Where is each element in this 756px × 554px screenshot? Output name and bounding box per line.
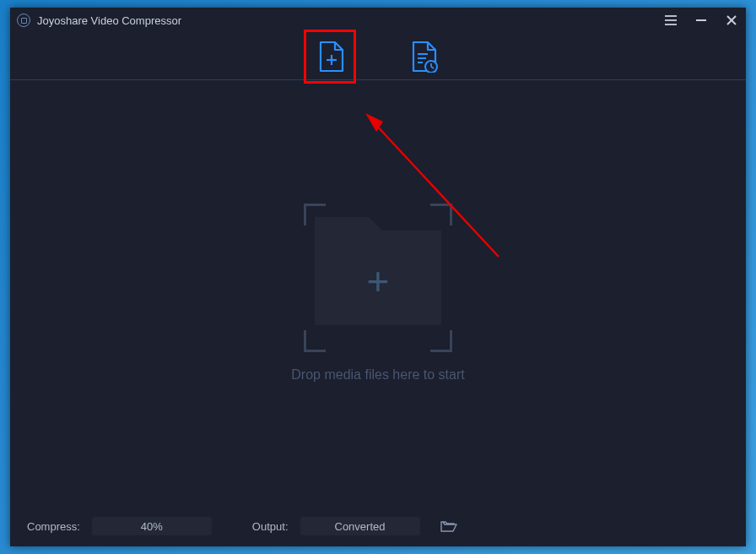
add-file-tab[interactable]: [317, 40, 346, 73]
footer-bar: Compress: 40% Output: Converted: [10, 506, 746, 546]
drop-frame: +: [304, 204, 452, 352]
minimize-button[interactable]: [694, 13, 709, 28]
window-controls: [663, 13, 739, 28]
frame-corner-icon: [430, 330, 452, 352]
folder-open-icon: [440, 519, 457, 533]
app-title: Joyoshare Video Compressor: [37, 14, 181, 27]
menu-icon[interactable]: [663, 13, 678, 28]
open-folder-button[interactable]: [440, 519, 457, 533]
compress-value-text: 40%: [141, 520, 163, 533]
app-window: Joyoshare Video Compressor: [10, 8, 746, 546]
drop-hint-text: Drop media files here to start: [291, 367, 464, 383]
app-logo-icon: [17, 14, 30, 27]
tab-bar: [10, 33, 746, 80]
output-value-text: Converted: [335, 520, 386, 533]
history-file-icon: [411, 41, 438, 73]
output-value-field[interactable]: Converted: [300, 517, 420, 535]
title-bar: Joyoshare Video Compressor: [10, 8, 746, 33]
frame-corner-icon: [430, 204, 452, 225]
history-tab[interactable]: [410, 40, 439, 73]
folder-plus-icon: +: [315, 231, 441, 325]
drop-area[interactable]: + Drop media files here to start: [10, 80, 746, 506]
frame-corner-icon: [304, 330, 326, 352]
add-file-icon: [318, 41, 345, 73]
close-button[interactable]: [724, 13, 739, 28]
compress-label: Compress:: [27, 520, 80, 533]
title-left: Joyoshare Video Compressor: [17, 14, 181, 27]
output-label: Output:: [252, 520, 289, 533]
plus-icon: +: [367, 262, 390, 301]
compress-value-field[interactable]: 40%: [92, 517, 212, 535]
